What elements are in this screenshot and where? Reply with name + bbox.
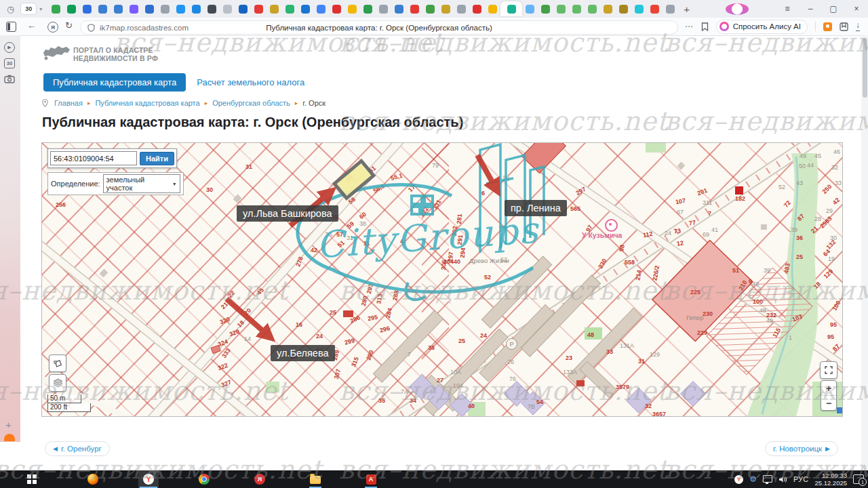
tray-yandex-icon[interactable]: Y (734, 475, 743, 484)
browser-tab[interactable] (663, 1, 678, 16)
taskbar-acrobat-icon[interactable]: A (361, 470, 381, 488)
sidebar-toggle-icon[interactable] (6, 22, 16, 32)
download-icon[interactable]: ↓ (856, 22, 860, 31)
prev-city-link[interactable]: ◀ г. Оренбург (45, 441, 110, 456)
browser-tab[interactable] (173, 1, 189, 16)
browser-tab[interactable] (298, 1, 313, 16)
menu-icon[interactable]: ≡ (776, 4, 799, 14)
timer-icon[interactable]: ◷ (7, 4, 14, 14)
zoom-in-button[interactable]: + (821, 381, 836, 396)
browser-tab[interactable] (422, 1, 438, 16)
browser-tab[interactable] (616, 1, 631, 16)
browser-tab[interactable] (64, 1, 79, 16)
browser-tab[interactable] (454, 1, 469, 16)
refresh-icon[interactable]: ↻ (65, 20, 73, 30)
minimize-button[interactable]: – (799, 4, 822, 14)
browser-tab[interactable] (631, 1, 647, 16)
browser-tab[interactable] (267, 1, 282, 16)
browser-tab[interactable] (647, 1, 663, 16)
breadcrumb-item[interactable]: Главная (54, 99, 83, 107)
browser-tab[interactable] (189, 1, 204, 16)
taskbar-firefox-icon[interactable] (83, 470, 103, 488)
browser-tab[interactable] (600, 1, 616, 16)
browser-tab[interactable] (126, 1, 142, 16)
browser-tab[interactable] (376, 1, 391, 16)
new-tab-button[interactable]: + (684, 3, 690, 15)
tabs-panel-icon[interactable]: 30 (4, 58, 15, 68)
screenshot-camera-icon[interactable] (4, 75, 15, 83)
cadastral-map[interactable]: 2563130792221713138366158605951505742278… (42, 143, 842, 416)
add-panel-icon[interactable]: + (5, 419, 12, 430)
tray-display-icon[interactable] (763, 475, 772, 483)
zoom-out-button[interactable]: − (821, 396, 836, 410)
tray-clock[interactable]: 12:09:33 25.12.2025 (814, 472, 847, 487)
next-city-link[interactable]: г. Новотроицк ▶ (765, 441, 838, 456)
address-bar[interactable]: ik7map.roscadastres.com Публичная кадаст… (80, 20, 678, 35)
browser-tab[interactable] (438, 1, 454, 16)
browser-tab[interactable] (157, 1, 173, 16)
browser-tab-active[interactable] (500, 1, 522, 16)
browser-tab[interactable] (111, 1, 126, 16)
browser-tab[interactable] (95, 1, 111, 16)
browser-tab[interactable] (220, 1, 235, 16)
cadastral-number-input[interactable] (50, 151, 137, 165)
browser-tab[interactable] (313, 1, 329, 16)
collections-icon[interactable] (840, 22, 848, 31)
yandex-home-icon[interactable]: Я (47, 22, 58, 33)
bookmark-icon[interactable] (701, 22, 709, 31)
notification-icon[interactable]: 1 (853, 474, 864, 484)
page-scrollbar[interactable] (861, 35, 868, 470)
scrollbar-thumb[interactable] (863, 38, 867, 98)
poi-kuzmicha-icon[interactable] (605, 219, 618, 232)
tray-settings-icon[interactable]: ⚙ (749, 474, 757, 484)
more-icon[interactable]: ⋯ (685, 22, 694, 31)
breadcrumb-item[interactable]: Публичная кадастровая карта (95, 99, 199, 107)
tray-language[interactable]: РУС (793, 475, 809, 483)
browser-tab[interactable] (360, 1, 376, 16)
fullscreen-button[interactable] (820, 361, 837, 379)
browser-tab[interactable] (329, 1, 344, 16)
browser-tab[interactable] (585, 1, 600, 16)
browser-tab[interactable] (344, 1, 360, 16)
browser-tab[interactable] (142, 1, 157, 16)
play-icon[interactable]: ▶ (4, 42, 15, 53)
browser-tab[interactable] (282, 1, 298, 16)
browser-tab[interactable] (407, 1, 422, 16)
browser-tab[interactable] (391, 1, 407, 16)
start-button[interactable] (22, 470, 42, 488)
browser-tab[interactable] (569, 1, 585, 16)
browser-tab[interactable] (469, 1, 485, 16)
browser-tab[interactable] (553, 1, 569, 16)
taskbar-yandex-browser-icon[interactable]: Y (138, 470, 159, 488)
chevron-down-icon[interactable]: ▾ (39, 6, 42, 12)
tab-count-badge[interactable]: 30 (21, 3, 36, 14)
site-logo-russia-map[interactable] (42, 43, 71, 62)
browser-tab[interactable] (235, 1, 251, 16)
browser-tab[interactable] (79, 1, 95, 16)
layers-button[interactable] (49, 374, 66, 392)
extension-icon[interactable] (823, 22, 832, 31)
browser-tab[interactable] (485, 1, 500, 16)
object-type-select[interactable]: земельный участок ▼ (103, 174, 180, 193)
browser-tab[interactable] (204, 1, 220, 16)
promo-blob[interactable] (4, 434, 15, 441)
browser-tab[interactable] (538, 1, 553, 16)
browser-tab[interactable] (48, 1, 64, 16)
taskbar-explorer-icon[interactable] (305, 470, 326, 488)
back-icon[interactable]: ← (27, 20, 36, 30)
alice-icon[interactable] (726, 3, 749, 15)
taskbar-yandex-start-icon[interactable]: Я (250, 470, 270, 488)
nav-tab-cadastral-map[interactable]: Публичная кадастровая карта (43, 73, 186, 92)
browser-tab[interactable] (522, 1, 538, 16)
nav-link-land-tax[interactable]: Расчет земельного налога (197, 77, 304, 87)
close-button[interactable]: × (845, 4, 868, 14)
browser-tab[interactable] (251, 1, 267, 16)
tray-volume-icon[interactable] (778, 476, 787, 483)
search-button[interactable]: Найти (140, 152, 174, 165)
measure-button[interactable] (49, 354, 66, 372)
maximize-button[interactable]: ▢ (822, 4, 845, 14)
taskbar-chrome-icon[interactable] (194, 470, 214, 488)
breadcrumb-item[interactable]: Оренбургская область (212, 99, 290, 107)
ask-alice-button[interactable]: Спросить Алису AI (716, 20, 808, 34)
highlighted-parcel[interactable] (334, 161, 374, 199)
